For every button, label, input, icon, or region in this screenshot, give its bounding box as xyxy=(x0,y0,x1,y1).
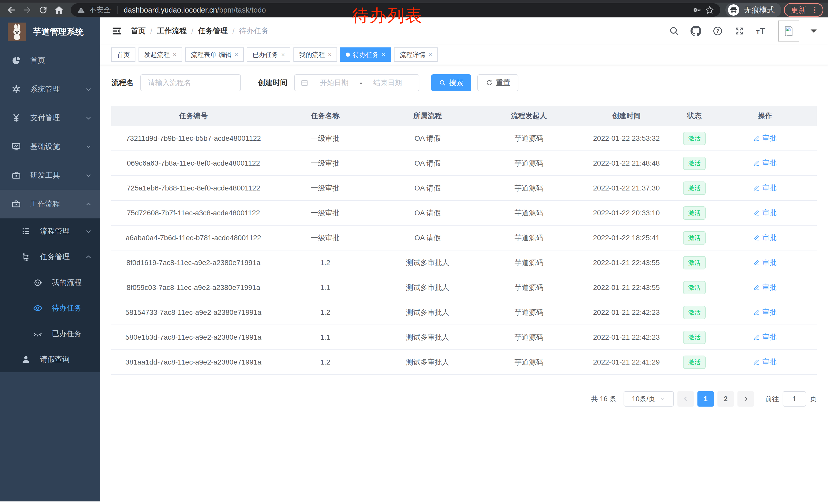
approve-link[interactable]: 审批 xyxy=(753,282,777,292)
avatar-caret-icon[interactable] xyxy=(811,30,817,36)
home-icon[interactable] xyxy=(52,3,66,17)
approve-label: 审批 xyxy=(762,258,777,267)
breadcrumb-task-mgmt[interactable]: 任务管理 xyxy=(198,26,228,36)
sidebar-item-task-mgmt[interactable]: 任务管理 xyxy=(0,244,100,270)
tab-form-edit[interactable]: 流程表单-编辑 × xyxy=(185,47,244,62)
page-size-select[interactable]: 10条/页 xyxy=(624,391,674,407)
process-name-input[interactable] xyxy=(140,74,241,91)
font-size-icon[interactable]: T T xyxy=(756,26,767,36)
avatar[interactable] xyxy=(778,20,799,42)
task-status: 激活 xyxy=(675,132,714,145)
help-icon[interactable]: ? xyxy=(713,26,723,36)
close-icon[interactable]: × xyxy=(328,51,331,58)
chevron-down-icon xyxy=(85,172,92,179)
task-id: 8f059c03-7ac8-11ec-a9e2-a2380e71991a xyxy=(111,283,276,292)
yen-icon xyxy=(11,113,21,123)
sidebar-item-leave-query[interactable]: 请假查询 xyxy=(0,347,100,372)
reset-button[interactable]: 重置 xyxy=(478,74,519,91)
pagination: 共 16 条 10条/页 1 2 前往 页 xyxy=(111,391,817,407)
close-icon[interactable]: × xyxy=(173,51,176,58)
breadcrumb-workflow[interactable]: 工作流程 xyxy=(157,26,187,36)
security-label[interactable]: 不安全 xyxy=(89,5,111,15)
table-row: 381aa1dd-7ac8-11ec-a9e2-a2380e71991a 1.2… xyxy=(111,350,817,375)
chevron-down-icon xyxy=(85,143,92,150)
approve-link[interactable]: 审批 xyxy=(753,133,777,143)
sidebar-item-done-tasks[interactable]: 已办任务 xyxy=(0,321,100,347)
tab-label: 待办任务 xyxy=(353,50,379,59)
sidebar-collapse-icon[interactable] xyxy=(111,26,122,36)
approve-link[interactable]: 审批 xyxy=(753,332,777,342)
sidebar-item-system[interactable]: 系统管理 xyxy=(0,75,100,103)
tab-process-detail[interactable]: 流程详情 × xyxy=(394,47,438,62)
tab-todo-tasks[interactable]: 待办任务 × xyxy=(340,47,391,62)
sidebar-item-process-mgmt[interactable]: 流程管理 xyxy=(0,218,100,244)
task-name: 一级审批 xyxy=(276,208,375,218)
create-time-label: 创建时间 xyxy=(258,78,288,88)
tab-done-tasks[interactable]: 已办任务 × xyxy=(247,47,290,62)
task-id: 58154733-7ac8-11ec-a9e2-a2380e71991a xyxy=(111,308,276,317)
chevron-up-icon xyxy=(85,200,92,208)
sidebar-item-devtools[interactable]: 研发工具 xyxy=(0,161,100,190)
tab-my-process[interactable]: 我的流程 × xyxy=(293,47,337,62)
task-process: 测试多审批人 xyxy=(375,258,480,268)
breadcrumb-current: 待办任务 xyxy=(239,26,269,36)
sidebar-item-label: 已办任务 xyxy=(52,329,82,339)
search-icon[interactable] xyxy=(669,26,679,36)
edit-icon xyxy=(753,359,760,365)
password-key-icon[interactable] xyxy=(693,6,701,14)
next-page-button[interactable] xyxy=(738,391,754,407)
breadcrumb-separator: / xyxy=(191,27,194,35)
approve-link[interactable]: 审批 xyxy=(753,208,777,218)
bookmark-star-icon[interactable] xyxy=(705,6,714,14)
app-logo-row: 芋道管理系统 xyxy=(0,17,100,46)
workflow-submenu: 流程管理 任务管理 我的流程 xyxy=(0,218,100,372)
not-secure-warning-icon xyxy=(77,6,85,14)
prev-page-button[interactable] xyxy=(677,391,694,407)
approve-link[interactable]: 审批 xyxy=(753,233,777,242)
goto-label: 前往 xyxy=(765,394,779,404)
task-actions: 审批 xyxy=(714,258,816,268)
reload-icon[interactable] xyxy=(36,3,50,17)
breadcrumb-home[interactable]: 首页 xyxy=(131,26,146,36)
back-icon[interactable] xyxy=(5,3,18,17)
task-actions: 审批 xyxy=(714,233,816,243)
sidebar-item-workflow[interactable]: 工作流程 xyxy=(0,190,100,218)
sidebar-item-infrastructure[interactable]: 基础设施 xyxy=(0,132,100,161)
approve-link[interactable]: 审批 xyxy=(753,357,777,367)
approve-label: 审批 xyxy=(762,208,777,218)
tab-start-process[interactable]: 发起流程 × xyxy=(138,47,182,62)
close-icon[interactable]: × xyxy=(428,51,432,58)
approve-link[interactable]: 审批 xyxy=(753,158,777,168)
close-icon[interactable]: × xyxy=(281,51,285,58)
sidebar-item-my-process[interactable]: 我的流程 xyxy=(0,270,100,295)
tab-home[interactable]: 首页 xyxy=(111,47,135,62)
browser-menu-icon[interactable] xyxy=(810,6,819,14)
close-icon[interactable]: × xyxy=(382,51,385,58)
close-icon[interactable]: × xyxy=(235,51,238,58)
task-actions: 审批 xyxy=(714,133,816,143)
sidebar-item-label: 待办任务 xyxy=(52,303,82,313)
sidebar-item-home[interactable]: 首页 xyxy=(0,46,100,75)
tree-icon xyxy=(21,252,31,262)
forward-icon[interactable] xyxy=(20,3,34,17)
table-row: 73211d9d-7b9b-11ec-b5b7-acde48001122 一级审… xyxy=(111,126,817,151)
fullscreen-icon[interactable] xyxy=(734,26,744,36)
chrome-update-button[interactable]: 更新 xyxy=(784,3,823,17)
incognito-icon xyxy=(728,4,740,16)
sidebar-item-todo-tasks[interactable]: 待办任务 xyxy=(0,295,100,321)
task-create-time: 2022-01-21 22:43:55 xyxy=(578,259,675,267)
date-range-input[interactable]: 开始日期 - 结束日期 xyxy=(294,74,419,91)
approve-link[interactable]: 审批 xyxy=(753,258,777,267)
page-button-1[interactable]: 1 xyxy=(697,391,714,407)
sidebar-item-payment[interactable]: 支付管理 xyxy=(0,103,100,132)
github-icon[interactable] xyxy=(691,26,701,36)
approve-label: 审批 xyxy=(762,282,777,292)
goto-page-input[interactable] xyxy=(783,391,806,407)
search-button[interactable]: 搜索 xyxy=(431,74,471,91)
page-button-2[interactable]: 2 xyxy=(717,391,734,407)
task-actions: 审批 xyxy=(714,183,816,193)
approve-link[interactable]: 审批 xyxy=(753,183,777,193)
task-starter: 芋道源码 xyxy=(480,283,578,292)
approve-link[interactable]: 审批 xyxy=(753,307,777,317)
task-actions: 审批 xyxy=(714,357,816,367)
